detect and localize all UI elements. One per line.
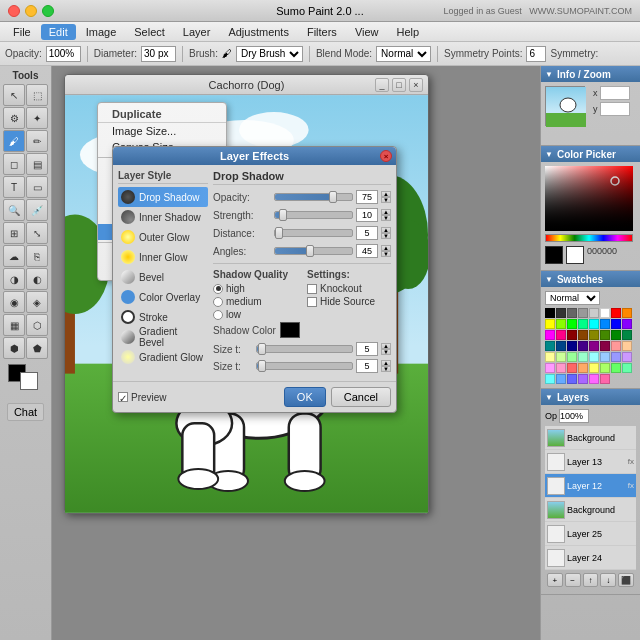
tool-dodge[interactable]: ◑ — [3, 268, 25, 290]
preview-check[interactable]: ✓ Preview — [118, 392, 167, 403]
style-gradient-glow[interactable]: Gradient Glow — [118, 347, 208, 367]
minimize-button[interactable] — [25, 5, 37, 17]
swatch-cell[interactable] — [600, 308, 610, 318]
swatch-cell[interactable] — [611, 352, 621, 362]
tool-arrow[interactable]: ↖ — [3, 84, 25, 106]
y-input[interactable] — [600, 102, 630, 116]
swatch-cell[interactable] — [578, 341, 588, 351]
tool-gradient[interactable]: ▦ — [3, 314, 25, 336]
tool-eyedrop[interactable]: 💉 — [26, 199, 48, 221]
dropdown-image-size[interactable]: Image Size... — [98, 123, 226, 139]
tool-select[interactable]: ⬚ — [26, 84, 48, 106]
tool-clone[interactable]: ⎘ — [26, 245, 48, 267]
tool-transform[interactable]: ⤡ — [26, 222, 48, 244]
swatches-header[interactable]: ▼ Swatches — [541, 271, 640, 287]
size2-spinner[interactable]: ▲ ▼ — [381, 360, 391, 372]
swatch-cell[interactable] — [567, 341, 577, 351]
strength-down[interactable]: ▼ — [381, 215, 391, 221]
style-stroke[interactable]: Stroke — [118, 307, 208, 327]
tool-sponge[interactable]: ◉ — [3, 291, 25, 313]
fg-bg-colors[interactable] — [6, 364, 46, 394]
swatch-cell[interactable] — [611, 308, 621, 318]
swatch-cell[interactable] — [545, 308, 555, 318]
swatch-cell[interactable] — [545, 341, 555, 351]
preview-checkbox[interactable]: ✓ — [118, 392, 128, 402]
quality-low-radio[interactable] — [213, 310, 223, 320]
swatch-cell[interactable] — [622, 352, 632, 362]
swatch-cell[interactable] — [545, 352, 555, 362]
tool-smudge[interactable]: ☁ — [3, 245, 25, 267]
tool-shape[interactable]: ▭ — [26, 176, 48, 198]
style-bevel[interactable]: Bevel — [118, 267, 208, 287]
layers-opacity-input[interactable] — [559, 409, 589, 423]
tool-fill[interactable]: ▤ — [26, 153, 48, 175]
layers-header[interactable]: ▼ Layers — [541, 389, 640, 405]
menu-layer[interactable]: Layer — [175, 24, 219, 40]
layer-25[interactable]: Layer 25 — [545, 522, 636, 546]
maximize-button[interactable] — [42, 5, 54, 17]
swatch-cell[interactable] — [545, 330, 555, 340]
layer-13[interactable]: Layer 13 fx — [545, 450, 636, 474]
menu-image[interactable]: Image — [78, 24, 125, 40]
doc-close[interactable]: × — [409, 78, 423, 92]
blend-select[interactable]: Normal — [376, 46, 431, 62]
swatch-cell[interactable] — [578, 363, 588, 373]
swatch-cell[interactable] — [611, 363, 621, 373]
swatch-cell[interactable] — [556, 341, 566, 351]
delete-layer-button[interactable]: − — [565, 573, 581, 587]
layer-background-top[interactable]: Background — [545, 426, 636, 450]
strength-value[interactable] — [356, 208, 378, 222]
size1-slider[interactable] — [256, 345, 353, 353]
swatch-cell[interactable] — [545, 374, 555, 384]
knockout-checkbox[interactable] — [307, 284, 317, 294]
swatch-cell[interactable] — [600, 374, 610, 384]
bg-color-swatch[interactable] — [566, 246, 584, 264]
layer-12[interactable]: Layer 12 fx — [545, 474, 636, 498]
menu-view[interactable]: View — [347, 24, 387, 40]
layer-background[interactable]: Background — [545, 498, 636, 522]
color-spectrum[interactable] — [545, 166, 633, 231]
swatch-cell[interactable] — [589, 341, 599, 351]
size2-value[interactable] — [356, 359, 378, 373]
style-inner-shadow[interactable]: Inner Shadow — [118, 207, 208, 227]
tool-sharpen[interactable]: ◈ — [26, 291, 48, 313]
tool-text[interactable]: T — [3, 176, 25, 198]
size2-down[interactable]: ▼ — [381, 366, 391, 372]
diameter-input[interactable] — [141, 46, 176, 62]
quality-high[interactable]: high — [213, 283, 297, 294]
tool-brush[interactable]: 🖌 — [3, 130, 25, 152]
swatch-cell[interactable] — [556, 330, 566, 340]
swatch-cell[interactable] — [600, 363, 610, 373]
swatch-cell[interactable] — [622, 363, 632, 373]
tool-eraser[interactable]: ◻ — [3, 153, 25, 175]
window-controls[interactable] — [8, 5, 54, 17]
tool-crop[interactable]: ⊞ — [3, 222, 25, 244]
swatch-cell[interactable] — [578, 308, 588, 318]
merge-layers-button[interactable]: ⬛ — [618, 573, 634, 587]
opacity-slider[interactable] — [274, 193, 353, 201]
swatch-cell[interactable] — [545, 319, 555, 329]
tool-zoom[interactable]: 🔍 — [3, 199, 25, 221]
size1-spinner[interactable]: ▲ ▼ — [381, 343, 391, 355]
swatch-cell[interactable] — [556, 352, 566, 362]
swatches-mode-select[interactable]: Normal — [545, 291, 600, 305]
swatch-cell[interactable] — [611, 341, 621, 351]
layer-24[interactable]: Layer 24 — [545, 546, 636, 570]
swatch-cell[interactable] — [567, 363, 577, 373]
tool-lasso[interactable]: ⚙ — [3, 107, 25, 129]
angle-slider[interactable] — [274, 247, 353, 255]
opacity-down[interactable]: ▼ — [381, 197, 391, 203]
swatch-cell[interactable] — [600, 352, 610, 362]
chat-button[interactable]: Chat — [7, 403, 44, 421]
size1-value[interactable] — [356, 342, 378, 356]
swatch-cell[interactable] — [567, 352, 577, 362]
swatch-cell[interactable] — [611, 330, 621, 340]
angle-spinner[interactable]: ▲ ▼ — [381, 245, 391, 257]
distance-slider[interactable] — [274, 229, 353, 237]
swatch-cell[interactable] — [578, 319, 588, 329]
tool-burn[interactable]: ◐ — [26, 268, 48, 290]
menu-adjustments[interactable]: Adjustments — [220, 24, 297, 40]
menu-edit[interactable]: Edit — [41, 24, 76, 40]
swatch-cell[interactable] — [622, 330, 632, 340]
swatch-cell[interactable] — [611, 319, 621, 329]
